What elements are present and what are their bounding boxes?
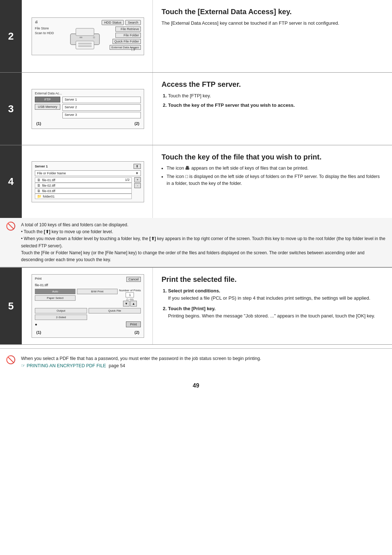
step4-header: Server 1 ⬆ <box>35 164 141 169</box>
step5-filename: file-01.tiff <box>35 283 141 287</box>
printer-icon-label: 🖨 <box>35 20 38 25</box>
step-3-number: 3 <box>0 73 22 145</box>
step3-label2: (2) <box>135 121 139 126</box>
count-up-btn[interactable]: ▲ <box>130 301 137 307</box>
step3-diagram-box: External Data Ac... FTP USB Memory Serve… <box>32 89 144 129</box>
step5-item-2: Touch the [Print] key. Printing begins. … <box>168 305 381 319</box>
hdd-status-btn[interactable]: HDD Status <box>102 20 124 25</box>
svg-rect-3 <box>79 37 82 38</box>
step-3-body: Touch the [FTP] key. Touch the key of th… <box>162 92 381 109</box>
step2-diagram-box: 🖨 HDD Status Search File Store Scan to H… <box>32 17 144 55</box>
step3-labels: (1) (2) <box>35 121 141 126</box>
file-retrieve-btn[interactable]: File Retrieve <box>115 27 141 32</box>
step5-cancel-btn[interactable]: Cancel <box>126 277 141 282</box>
step-3-title: Access the FTP server. <box>162 80 381 89</box>
step5-options: Auto Paper Select B/W Print Number of Pr… <box>35 289 141 307</box>
folder-row-1[interactable]: 📁folder01 <box>35 194 132 199</box>
step4-note-line-3: • When you move down a folder level by t… <box>21 235 386 249</box>
step4-files-col: 🗎file-01.tiff 1/2 🗎file-02.tiff 🗎file-03… <box>35 177 132 199</box>
step3-item-2: Touch the key of the FTP server that you… <box>168 102 381 109</box>
nav-up-btn[interactable]: + <box>134 177 141 182</box>
step5-label1: (1) <box>36 330 41 335</box>
step4-note-box: 🚫 A total of 100 keys of files and folde… <box>0 218 392 267</box>
step4-note-icon: 🚫 <box>6 222 17 231</box>
step3-item-1: Touch the [FTP] key. <box>168 92 381 100</box>
printer-image <box>62 27 107 52</box>
svg-rect-6 <box>78 45 91 47</box>
bottom-note-text: When you select a PDF file that has a pa… <box>21 355 261 369</box>
server-2-row[interactable]: Server 2 <box>62 104 141 111</box>
output-btn[interactable]: Output <box>35 308 87 313</box>
quick-file-folder-btn[interactable]: Quick File Folder <box>113 39 141 44</box>
step-5-content: Print the selected file. Select print co… <box>152 268 392 344</box>
page-indicator: 1/2 <box>125 178 130 182</box>
step5-opt-col4: Quick File <box>89 308 141 320</box>
step5-print-row: ● Print <box>35 321 141 327</box>
nav-down-btn[interactable]: - <box>134 183 141 188</box>
step5-item-1: Select print conditions. If you selected… <box>168 287 381 301</box>
step2-diag-header: 🖨 HDD Status Search <box>35 20 141 25</box>
server-1-row[interactable]: Server 1 <box>62 97 141 103</box>
step4-folder-input[interactable]: File or Folder Name ▼ <box>35 170 141 176</box>
file-store-label: File Store <box>35 27 60 30</box>
file-folder-btn[interactable]: File Folder <box>115 33 141 38</box>
file-icon-3: 🗎 <box>37 189 41 193</box>
step5-dot: ● <box>35 322 37 327</box>
step5-print-btn[interactable]: Print <box>126 321 141 327</box>
step-4-diagram: Server 1 ⬆ File or Folder Name ▼ 🗎file-0… <box>22 145 152 218</box>
page: 2 🖨 HDD Status Search File Store Scan to… <box>0 0 392 555</box>
step-5-number: 5 <box>0 268 22 344</box>
step-2-title: Touch the [External Data Access] key. <box>162 7 381 16</box>
file-row-2[interactable]: 🗎file-02.tiff <box>35 183 132 188</box>
bottom-note-icon: 🚫 <box>6 355 17 365</box>
count-range: (1~99) <box>126 298 134 301</box>
step5-opt-col2: B/W Print <box>77 289 118 307</box>
step5-header: Print Cancel <box>35 277 141 282</box>
paper-select-btn[interactable]: Paper Select <box>35 295 75 301</box>
file-row-3[interactable]: 🗎file-03.tiff <box>35 188 132 194</box>
step5-labels: (1) (2) <box>35 330 141 335</box>
step-4-section: 4 Server 1 ⬆ File or Folder Name ▼ 🗎file… <box>0 145 392 218</box>
step4-note-line-4: Touch the [File or Folder Name] key (or … <box>21 250 386 263</box>
step5-opt-col3: Output 2-Sided <box>35 308 87 320</box>
step-2-section: 2 🖨 HDD Status Search File Store Scan to… <box>0 0 392 73</box>
step3-ftp-left: FTP USB Memory <box>35 97 60 118</box>
step3-servers: Server 1 Server 2 Server 3 <box>62 97 141 118</box>
link-page: page 54 <box>109 363 125 368</box>
printer-svg <box>67 27 103 52</box>
step5-diagram-box: Print Cancel file-01.tiff Auto Paper Sel… <box>32 274 144 338</box>
ftp-button[interactable]: FTP <box>35 97 60 102</box>
step4-bullet-2: The icon □ is displayed on the left side… <box>167 173 381 187</box>
count-arrows: ▼ ▲ <box>123 301 137 307</box>
auto-btn[interactable]: Auto <box>35 289 75 294</box>
step4-diagram-box: Server 1 ⬆ File or Folder Name ▼ 🗎file-0… <box>32 161 144 202</box>
two-sided-btn[interactable]: 2-Sided <box>35 315 87 320</box>
step4-note-line-1: A total of 100 keys of files and folders… <box>21 222 386 228</box>
file-row-1[interactable]: 🗎file-01.tiff 1/2 <box>35 177 132 183</box>
step3-label1: (1) <box>36 121 41 126</box>
step-4-content: Touch the key of the file that you wish … <box>152 145 392 218</box>
count-down-btn[interactable]: ▼ <box>123 301 130 307</box>
count-label: Number of Prints <box>119 289 141 292</box>
step4-up-btn[interactable]: ⬆ <box>134 164 141 169</box>
svg-rect-1 <box>76 28 94 36</box>
page-number: 49 <box>0 376 392 393</box>
usb-memory-button[interactable]: USB Memory <box>35 104 60 110</box>
step3-body: FTP USB Memory Server 1 Server 2 Server … <box>35 97 141 118</box>
svg-rect-5 <box>78 43 91 44</box>
step5-label2: (2) <box>135 330 139 335</box>
search-btn[interactable]: Search <box>125 20 141 25</box>
step-5-body: Select print conditions. If you selected… <box>162 287 381 319</box>
step2-left-menu: File Store Scan to HDD <box>35 27 60 52</box>
folder-icon-1: 📁 <box>37 194 41 198</box>
step5-indicator: ● <box>35 322 37 327</box>
step5-bottom-row: Output 2-Sided Quick File <box>35 308 141 320</box>
step4-note-line-2: • Touch the [⬆] key to move up one folde… <box>21 228 386 235</box>
step-2-content: Touch the [External Data Access] key. Th… <box>152 0 392 72</box>
server-3-row[interactable]: Server 3 <box>62 112 141 118</box>
encrypted-pdf-link[interactable]: ☞ PRINTING AN ENCRYPTED PDF FILE <box>21 363 107 368</box>
step-5-section: 5 Print Cancel file-01.tiff Auto Paper S… <box>0 267 392 345</box>
step-2-number: 2 <box>0 0 22 72</box>
quick-file-btn[interactable]: Quick File <box>89 308 141 313</box>
bw-print-btn[interactable]: B/W Print <box>77 289 118 294</box>
